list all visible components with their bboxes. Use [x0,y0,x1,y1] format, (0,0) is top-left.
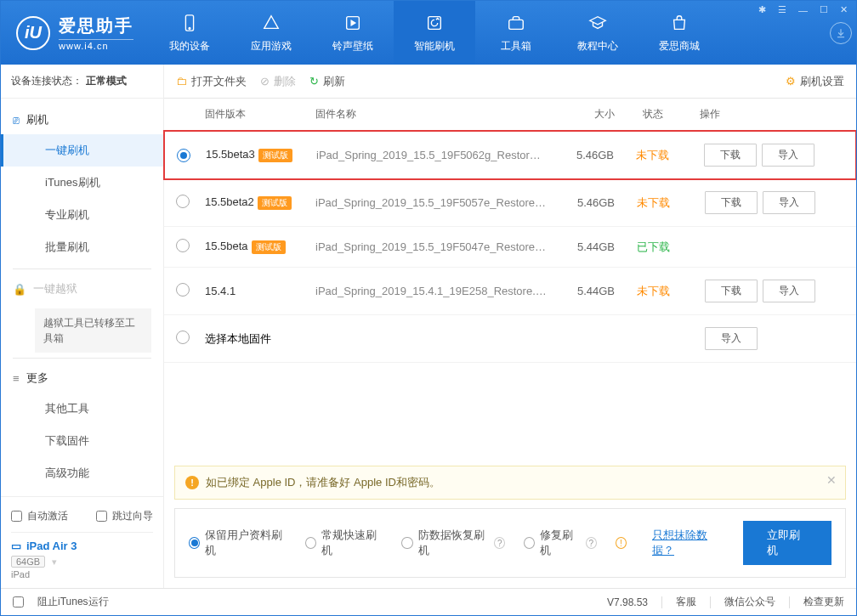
col-name: 固件名称 [315,107,547,122]
import-button[interactable]: 导入 [705,327,758,350]
radio-local[interactable] [176,331,190,344]
appleid-notice: ! 如已绑定 Apple ID，请准备好 Apple ID和密码。 ✕ [174,466,846,500]
radio-anti[interactable] [401,537,412,549]
radio-normal[interactable] [305,537,316,549]
option-anti-recovery[interactable]: 防数据恢复刷机 ? [401,528,505,558]
firmware-version: 15.5beta2 [205,195,254,208]
col-size: 大小 [547,107,615,122]
svg-rect-0 [185,15,193,31]
main-panel: 🗀 打开文件夹 ⊘ 删除 ↻ 刷新 ⚙ 刷机设置 固件版本 固件名称 大小 状态 [164,65,856,588]
close-notice-button[interactable]: ✕ [826,473,837,487]
option-keep-data[interactable]: 保留用户资料刷机 [189,528,287,558]
firmware-name: iPad_Spring_2019_15.5_19F5062g_Restore.i… [316,149,546,161]
main-nav: 我的设备 应用游戏 铃声壁纸 智能刷机 工具箱 教程中心 爱思商城 [149,1,826,65]
table-header: 固件版本 固件名称 大小 状态 操作 [164,99,856,131]
minimize-button[interactable]: — [795,3,811,17]
wechat-link[interactable]: 微信公众号 [724,595,775,609]
firmware-version: 15.5beta [205,240,248,252]
option-repair[interactable]: 修复刷机 ? [524,528,597,558]
sidebar-item-other-tools[interactable]: 其他工具 [1,393,163,425]
apps-icon [260,12,282,34]
menu1-icon[interactable]: ✱ [755,3,769,17]
radio-firmware[interactable] [176,195,190,208]
sidebar-item-batch-flash[interactable]: 批量刷机 [1,231,163,263]
flash-settings-button[interactable]: ⚙ 刷机设置 [786,74,844,89]
nav-mall[interactable]: 爱思商城 [638,1,720,65]
sidebar-item-itunes-flash[interactable]: iTunes刷机 [1,167,163,199]
lock-icon: 🔒 [13,283,26,296]
skip-guide-label: 跳过向导 [112,509,153,523]
sidebar-item-advanced[interactable]: 高级功能 [1,457,163,489]
import-button[interactable]: 导入 [763,280,815,302]
block-itunes-checkbox[interactable] [13,596,24,608]
firmware-name: iPad_Spring_2019_15.5_19F5047e_Restore.i… [315,240,547,253]
nav-toolbox[interactable]: 工具箱 [475,1,557,65]
customer-service-link[interactable]: 客服 [676,595,696,609]
sidebar-item-pro-flash[interactable]: 专业刷机 [1,199,163,231]
table-row[interactable]: 15.5beta2测试版iPad_Spring_2019_15.5_19F505… [164,179,856,227]
sidebar-group-more[interactable]: ≡ 更多 [1,364,163,393]
table-row[interactable]: 15.5beta3测试版iPad_Spring_2019_15.5_19F506… [163,130,857,180]
sidebar: 设备连接状态： 正常模式 ⎚ 刷机 一键刷机 iTunes刷机 专业刷机 批量刷… [1,65,164,588]
svg-point-1 [189,28,190,30]
flash-now-button[interactable]: 立即刷机 [743,521,831,565]
sidebar-item-download-firmware[interactable]: 下载固件 [1,425,163,457]
local-firmware-row: 选择本地固件 导入 [164,315,856,363]
help-icon[interactable]: ? [586,537,597,549]
app-url: www.i4.cn [59,39,133,51]
local-firmware-label: 选择本地固件 [205,331,547,347]
nav-ringtones[interactable]: 铃声壁纸 [312,1,394,65]
import-button[interactable]: 导入 [763,191,815,214]
firmware-status: 未下载 [615,284,691,299]
radio-firmware[interactable] [177,149,190,162]
delete-button[interactable]: ⊘ 删除 [260,74,296,89]
download-button[interactable]: 下载 [704,144,757,167]
download-button[interactable]: 下载 [705,191,758,214]
firmware-name: iPad_Spring_2019_15.4.1_19E258_Restore.i… [315,285,547,297]
firmware-size: 5.46GB [547,196,615,209]
nav-my-device[interactable]: 我的设备 [149,1,230,65]
device-name[interactable]: ▭ iPad Air 3 [11,533,153,556]
beta-badge: 测试版 [258,196,292,210]
maximize-button[interactable]: ☐ [816,3,831,17]
chevron-down-icon[interactable]: ▾ [52,557,57,568]
firmware-version: 15.5beta3 [206,148,255,161]
nav-tutorials[interactable]: 教程中心 [557,1,638,65]
more-icon: ≡ [13,372,20,385]
option-normal[interactable]: 常规快速刷机 [305,528,383,558]
nav-flash[interactable]: 智能刷机 [394,1,475,65]
radio-firmware[interactable] [176,283,190,297]
skip-guide-checkbox[interactable] [96,511,107,522]
radio-firmware[interactable] [176,239,190,252]
radio-repair[interactable] [524,537,535,549]
delete-icon: ⊘ [260,75,270,88]
col-ops: 操作 [691,107,844,122]
table-row[interactable]: 15.5beta测试版iPad_Spring_2019_15.5_19F5047… [164,227,856,268]
flash-group-icon: ⎚ [13,114,20,127]
body: 设备连接状态： 正常模式 ⎚ 刷机 一键刷机 iTunes刷机 专业刷机 批量刷… [1,65,856,588]
erase-data-link[interactable]: 只想抹除数据？ [652,528,724,558]
svg-rect-4 [509,20,524,29]
menu2-icon[interactable]: ☰ [775,3,790,17]
sidebar-item-oneclick-flash[interactable]: 一键刷机 [1,134,163,167]
statusbar: 阻止iTunes运行 V7.98.53 客服 微信公众号 检查更新 [1,588,856,615]
refresh-button[interactable]: ↻ 刷新 [309,74,345,89]
help-icon[interactable]: ? [494,537,505,549]
close-button[interactable]: ✕ [837,3,851,17]
device-type: iPad [11,569,30,579]
check-update-link[interactable]: 检查更新 [803,595,844,609]
logo-icon: iU [16,16,50,50]
import-button[interactable]: 导入 [762,144,814,167]
svg-rect-3 [428,17,441,30]
table-row[interactable]: 15.4.1iPad_Spring_2019_15.4.1_19E258_Res… [164,268,856,315]
device-panel: 自动激活 跳过向导 ▭ iPad Air 3 64GB ▾ iPad [1,496,163,588]
notice-text: 如已绑定 Apple ID，请准备好 Apple ID和密码。 [206,475,440,490]
open-folder-button[interactable]: 🗀 打开文件夹 [176,74,247,89]
firmware-size: 5.46GB [546,149,614,161]
radio-keep-data[interactable] [189,537,200,549]
sidebar-group-flash[interactable]: ⎚ 刷机 [1,105,163,134]
nav-apps[interactable]: 应用游戏 [230,1,312,65]
download-button[interactable]: 下载 [705,280,758,302]
auto-activate-checkbox[interactable] [11,511,22,522]
firmware-version: 15.4.1 [205,285,236,297]
